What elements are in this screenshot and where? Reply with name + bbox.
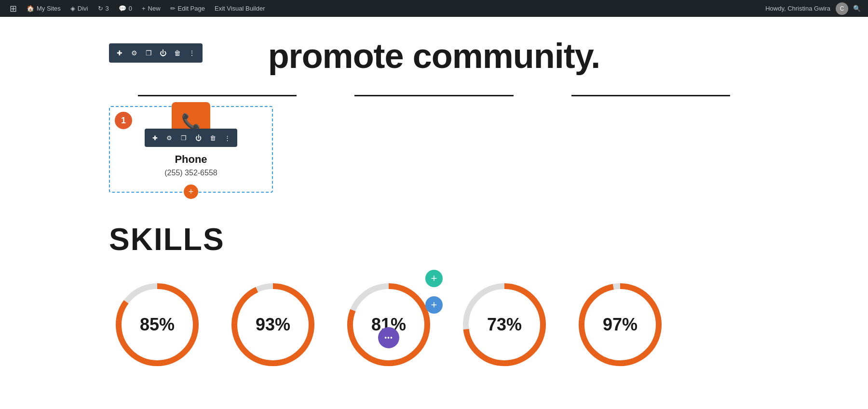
skill-circle-svg-1: 85% (109, 277, 205, 373)
my-sites-menu[interactable]: 🏠 My Sites (22, 0, 66, 17)
skills-section: SKILLS 85% (0, 202, 868, 373)
module-duplicate-button[interactable]: ❐ (177, 131, 190, 145)
section-disable-button[interactable]: ⏻ (156, 46, 170, 60)
add-section-blue-button[interactable]: + (425, 296, 443, 314)
new-label: New (148, 5, 161, 12)
divi-menu[interactable]: ◈ Divi (66, 0, 93, 17)
module-disable-button[interactable]: ⏻ (191, 131, 205, 145)
skill-circle-svg-4: 73% (456, 277, 553, 373)
edit-page-label: Edit Page (178, 5, 205, 12)
add-section-green-button[interactable]: + (425, 270, 443, 287)
search-button[interactable]: 🔍 (851, 2, 863, 15)
exit-vb-label: Exit Visual Builder (215, 5, 265, 12)
section-toolbar-top: ✚ ⚙ ❐ ⏻ 🗑 ⋮ (109, 43, 203, 63)
module-more-button[interactable]: ⋮ (220, 131, 234, 145)
skill-percent-2: 93% (256, 315, 290, 335)
page-content: promote community. ✚ ⚙ ❐ ⏻ 🗑 ⋮ 1 📞 (0, 17, 868, 373)
skill-circle-2: 93% (225, 277, 321, 373)
avatar[interactable]: C (836, 2, 848, 15)
howdy-label: Howdy, Christina Gwira (765, 5, 833, 12)
module-settings-button[interactable]: ⚙ (163, 131, 176, 145)
phone-icon-wrapper: 📞 ✚ ⚙ ❐ ⏻ 🗑 ⋮ (172, 102, 210, 141)
add-cursor-button[interactable]: + (184, 185, 198, 199)
wp-logo[interactable]: ⊞ (5, 0, 22, 17)
contact-card: 1 📞 ✚ ⚙ ❐ ⏻ 🗑 ⋮ Phone (255) 352-6558 (109, 106, 273, 193)
module-add-button[interactable]: ✚ (148, 131, 162, 145)
dividers-row (0, 95, 868, 96)
skills-title: SKILLS (109, 222, 759, 257)
phone-icon: 📞 (181, 112, 201, 131)
module-delete-button[interactable]: 🗑 (206, 131, 219, 145)
comments-count: 0 (129, 5, 132, 12)
wp-icon: ⊞ (10, 3, 17, 14)
section-add-button[interactable]: ✚ (113, 46, 126, 60)
edit-icon: ✏ (170, 5, 176, 12)
comments-menu[interactable]: 💬 0 (114, 0, 137, 17)
number-badge: 1 (115, 112, 132, 129)
section-duplicate-button[interactable]: ❐ (142, 46, 155, 60)
section-settings-button[interactable]: ⚙ (127, 46, 141, 60)
module-toolbar: ✚ ⚙ ❐ ⏻ 🗑 ⋮ (145, 129, 237, 147)
plus-icon: + (142, 5, 146, 12)
chat-bubble[interactable]: ••• (378, 327, 399, 348)
refresh-icon: ↻ (98, 5, 103, 12)
skill-percent-4: 73% (487, 315, 522, 335)
skill-circle-4: 73% (456, 277, 553, 373)
skill-circle-svg-3: 81% (340, 277, 437, 373)
contact-label: Phone (175, 153, 207, 166)
divider-line-1 (138, 95, 297, 96)
admin-bar-right: Howdy, Christina Gwira C 🔍 (765, 2, 863, 15)
section-more-button[interactable]: ⋮ (185, 46, 199, 60)
contact-value: (255) 352-6558 (164, 169, 217, 177)
skill-percent-5: 97% (603, 315, 637, 335)
comment-icon: 💬 (119, 5, 126, 12)
skill-circle-1: 85% (109, 277, 205, 373)
skill-circle-svg-2: 93% (225, 277, 321, 373)
updates-menu[interactable]: ↻ 3 (93, 0, 114, 17)
skill-percent-1: 85% (140, 315, 175, 335)
admin-bar: ⊞ 🏠 My Sites ◈ Divi ↻ 3 💬 0 + New ✏ Edit… (0, 0, 868, 17)
divi-label: Divi (78, 5, 88, 12)
edit-page-button[interactable]: ✏ Edit Page (165, 0, 210, 17)
skill-circle-5: 97% (572, 277, 668, 373)
divi-icon: ◈ (70, 5, 75, 12)
updates-count: 3 (106, 5, 109, 12)
divider-line-3 (571, 95, 730, 96)
skill-circle-svg-5: 97% (572, 277, 668, 373)
exit-visual-builder-button[interactable]: Exit Visual Builder (210, 0, 270, 17)
skills-circles-row: 85% 93% (109, 277, 759, 373)
contact-section: 1 📞 ✚ ⚙ ❐ ⏻ 🗑 ⋮ Phone (255) 352-6558 (0, 106, 868, 202)
house-icon: 🏠 (27, 5, 34, 12)
my-sites-label: My Sites (37, 5, 61, 12)
section-delete-button[interactable]: 🗑 (171, 46, 184, 60)
divider-line-2 (354, 95, 513, 96)
skill-circle-3: 81% ••• (340, 277, 437, 373)
chat-bubble-dots: ••• (384, 334, 393, 342)
new-menu[interactable]: + New (137, 0, 165, 17)
